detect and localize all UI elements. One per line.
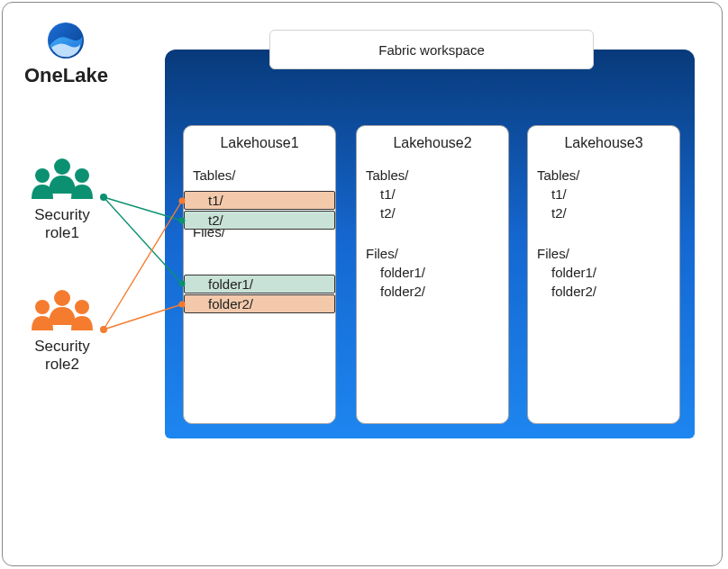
onelake-icon xyxy=(44,21,87,60)
lakehouse2-t1: t1/ xyxy=(357,185,508,203)
lakehouse1-tables-label: Tables/ xyxy=(184,167,335,183)
lakehouse3-title: Lakehouse3 xyxy=(528,135,679,151)
lakehouse1-table-t1: t1/ xyxy=(184,191,335,210)
users-icon xyxy=(23,285,102,334)
lakehouse2-t2: t2/ xyxy=(357,203,508,222)
lakehouse2-title: Lakehouse2 xyxy=(357,135,508,151)
role2-label-line1: Security xyxy=(23,338,102,356)
onelake-logo-area: OneLake xyxy=(24,21,108,87)
lakehouse1-folder2: folder2/ xyxy=(184,294,335,313)
svg-point-2 xyxy=(75,168,89,183)
lakehouse2-folder2: folder2/ xyxy=(357,282,508,301)
lakehouse2-files-label: Files/ xyxy=(357,246,508,261)
users-icon xyxy=(23,154,102,203)
lakehouse3-folder2: folder2/ xyxy=(528,282,679,301)
svg-point-3 xyxy=(54,158,70,175)
security-role-1: Security role1 xyxy=(23,154,102,243)
lakehouse1-title: Lakehouse1 xyxy=(184,135,335,151)
lakehouse3-t1: t1/ xyxy=(528,185,679,203)
security-role-2: Security role2 xyxy=(23,285,102,375)
lakehouse3-t2: t2/ xyxy=(528,203,679,222)
role1-label-line2: role1 xyxy=(23,224,102,242)
lakehouse1-table-t2: t2/ xyxy=(184,211,335,230)
fabric-workspace-title: Fabric workspace xyxy=(269,30,594,69)
lakehouse3-files-label: Files/ xyxy=(528,246,679,261)
lakehouse3-folder1: folder1/ xyxy=(528,263,679,282)
role2-label-line2: role2 xyxy=(23,356,102,374)
svg-point-4 xyxy=(35,300,50,314)
svg-point-5 xyxy=(75,300,89,314)
lakehouse1-folder1: folder1/ xyxy=(184,275,335,294)
svg-point-1 xyxy=(35,168,50,183)
lakehouse3-tables-label: Tables/ xyxy=(528,167,679,183)
lakehouse2-folder1: folder1/ xyxy=(357,263,508,282)
lakehouse2-tables-label: Tables/ xyxy=(357,167,508,183)
role1-label-line1: Security xyxy=(23,206,102,224)
svg-point-6 xyxy=(54,290,70,306)
lakehouse3-card: Lakehouse3 Tables/ t1/ t2/ Files/ folder… xyxy=(527,125,680,424)
onelake-label: OneLake xyxy=(24,64,108,87)
diagram-frame: OneLake Security role1 Security role2 Fa… xyxy=(2,2,723,566)
lakehouse2-card: Lakehouse2 Tables/ t1/ t2/ Files/ folder… xyxy=(356,125,509,424)
